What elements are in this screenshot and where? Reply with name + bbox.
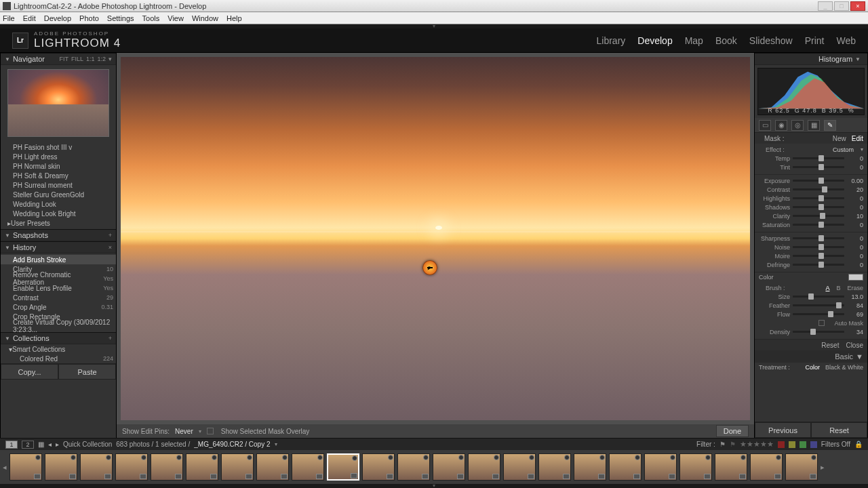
preset-item[interactable]: Wedding Look Bright — [1, 209, 116, 218]
brush-erase[interactable]: Erase — [847, 285, 863, 291]
slider-track[interactable] — [793, 224, 844, 226]
prev-photo-icon[interactable]: ◂ — [48, 441, 52, 448]
slider-track[interactable] — [793, 180, 844, 182]
thumb-badge-icon[interactable] — [598, 474, 605, 479]
menu-settings[interactable]: Settings — [107, 14, 134, 22]
thumb-badge-icon[interactable] — [175, 474, 182, 479]
file-dropdown-icon[interactable]: ▾ — [275, 441, 277, 447]
module-library[interactable]: Library — [597, 35, 626, 46]
slider-flow[interactable]: Flow69 — [755, 310, 867, 319]
effect-dropdown-icon[interactable]: ▾ — [861, 146, 863, 152]
slider-sharpness[interactable]: Sharpness0 — [755, 234, 867, 243]
menu-view[interactable]: View — [167, 14, 184, 22]
module-map[interactable]: Map — [685, 35, 703, 46]
thumb-flag-icon[interactable] — [282, 455, 288, 460]
slider-defringe[interactable]: Defringe0 — [755, 260, 867, 269]
show-mask-checkbox[interactable] — [207, 428, 214, 434]
slider-thumb[interactable] — [810, 329, 816, 335]
thumb-flag-icon[interactable] — [741, 455, 746, 460]
slider-track[interactable] — [793, 157, 844, 159]
mask-new[interactable]: New — [833, 135, 846, 142]
slider-track[interactable] — [793, 331, 844, 333]
treatment-bw[interactable]: Black & White — [825, 364, 863, 371]
slider-thumb[interactable] — [808, 293, 814, 300]
history-item[interactable]: Remove Chromatic AberrationYes — [1, 274, 116, 283]
history-item[interactable]: Crop Angle0.31 — [1, 302, 116, 312]
grid-icon[interactable]: ▦ — [38, 441, 44, 448]
slider-thumb[interactable] — [818, 235, 824, 241]
thumb-flag-icon[interactable] — [247, 455, 252, 460]
filmstrip-thumb[interactable] — [9, 453, 42, 481]
menu-window[interactable]: Window — [192, 14, 218, 22]
thumb-badge-icon[interactable] — [492, 474, 499, 479]
close-button[interactable]: × — [850, 1, 865, 11]
thumb-flag-icon[interactable] — [670, 455, 675, 460]
spot-tool-icon[interactable]: ◉ — [775, 120, 787, 131]
filmstrip-thumb[interactable] — [679, 453, 712, 481]
slider-thumb[interactable] — [818, 155, 824, 161]
thumb-flag-icon[interactable] — [317, 455, 323, 460]
slider-noise[interactable]: Noise0 — [755, 243, 867, 251]
history-header[interactable]: ▼ History × — [1, 241, 116, 253]
menu-edit[interactable]: Edit — [23, 14, 36, 22]
brush-reset-button[interactable]: Reset — [821, 342, 839, 349]
slider-thumb[interactable] — [820, 213, 825, 219]
treatment-color[interactable]: Color — [805, 364, 820, 371]
filmstrip-thumb[interactable] — [715, 453, 747, 481]
color-filter-green[interactable] — [800, 441, 806, 448]
filter-lock-icon[interactable]: 🔒 — [854, 441, 863, 448]
filmstrip-thumb[interactable] — [115, 453, 148, 481]
thumb-badge-icon[interactable] — [140, 474, 146, 479]
slider-size[interactable]: Size13.0 — [755, 292, 867, 301]
preset-item[interactable]: PH Fasion shot III v — [1, 142, 116, 152]
slider-track[interactable] — [793, 246, 844, 248]
filmstrip-thumb[interactable] — [80, 453, 113, 481]
filmstrip-thumb[interactable] — [433, 453, 465, 481]
main-window-toggle[interactable]: 1 — [5, 441, 18, 449]
slider-track[interactable] — [793, 197, 844, 199]
brush-b[interactable]: B — [836, 285, 840, 291]
current-file[interactable]: _MG_6490.CR2 / Copy 2 — [194, 441, 270, 448]
rating-filter[interactable]: ★★★★★ — [740, 440, 774, 449]
mask-edit[interactable]: Edit — [852, 135, 863, 142]
slider-track[interactable] — [793, 237, 844, 239]
thumb-flag-icon[interactable] — [71, 455, 76, 460]
thumb-badge-icon[interactable] — [774, 474, 781, 479]
source-label[interactable]: Quick Collection — [63, 441, 112, 448]
filmstrip-thumb[interactable] — [785, 453, 818, 481]
filmstrip-scroll-right-icon[interactable]: ▸ — [821, 463, 825, 472]
history-item[interactable]: Add Brush Stroke — [1, 255, 116, 264]
slider-thumb[interactable] — [822, 186, 827, 192]
thumb-badge-icon[interactable] — [810, 474, 816, 479]
minimize-button[interactable]: _ — [818, 1, 833, 11]
thumb-badge-icon[interactable] — [387, 474, 393, 479]
preset-item[interactable]: PH Surreal moment — [1, 180, 116, 190]
slider-moire[interactable]: Moire0 — [755, 251, 867, 260]
thumb-badge-icon[interactable] — [422, 474, 429, 479]
effect-value[interactable]: Custom — [833, 146, 854, 153]
brush-close-button[interactable]: Close — [846, 342, 863, 349]
add-snapshot-icon[interactable]: + — [108, 232, 112, 239]
user-presets-folder[interactable]: ▸ User Presets — [1, 218, 116, 228]
brush-tool-icon[interactable]: ✎ — [824, 120, 836, 131]
thumb-flag-icon[interactable] — [529, 455, 534, 460]
thumb-flag-icon[interactable] — [176, 455, 182, 460]
slider-thumb[interactable] — [828, 311, 833, 317]
module-book[interactable]: Book — [715, 35, 737, 46]
thumb-flag-icon[interactable] — [458, 455, 464, 460]
slider-feather[interactable]: Feather84 — [755, 301, 867, 310]
nav-mode-1to1[interactable]: 1:1 — [86, 56, 95, 62]
thumb-badge-icon[interactable] — [669, 474, 675, 479]
thumb-badge-icon[interactable] — [316, 474, 323, 479]
slider-tint[interactable]: Tint0 — [755, 163, 867, 171]
slider-track[interactable] — [793, 166, 844, 168]
slider-density[interactable]: Density34 — [755, 327, 867, 336]
thumb-badge-icon[interactable] — [104, 474, 111, 479]
crop-tool-icon[interactable]: ▭ — [759, 120, 771, 131]
thumb-badge-icon[interactable] — [633, 474, 640, 479]
slider-highlights[interactable]: Highlights0 — [755, 194, 867, 203]
nav-zoom-menu-icon[interactable]: ▾ — [108, 56, 112, 62]
thumb-flag-icon[interactable] — [564, 455, 570, 460]
color-filter-blue[interactable] — [810, 441, 817, 448]
slider-track[interactable] — [793, 255, 844, 257]
